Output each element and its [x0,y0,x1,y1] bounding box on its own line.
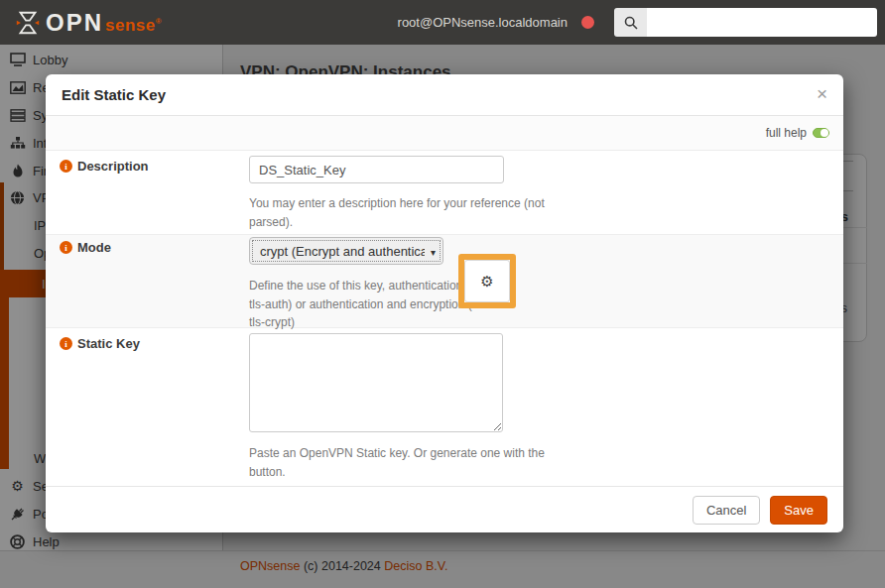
static-key-textarea[interactable] [249,333,503,432]
modal-header: Edit Static Key × [46,74,843,116]
opnsense-logo[interactable]: OPN sense® [14,8,162,38]
full-help-label: full help [766,126,807,140]
description-input[interactable] [249,156,504,183]
modal-footer: Cancel Save [46,486,843,532]
logo-text-opn: OPN [46,11,103,35]
toggle-knob [821,129,828,137]
close-icon[interactable]: × [813,80,831,107]
mode-row: i Mode crypt (Encrypt and authenticate) … [46,234,843,328]
info-icon[interactable]: i [60,337,72,350]
full-help-toggle[interactable] [813,128,829,138]
info-icon[interactable]: i [60,241,72,254]
static-key-label: Static Key [77,336,140,351]
opnsense-app: OPN sense® root@OPNsense.localdomain Lob… [0,0,885,588]
cancel-button[interactable]: Cancel [693,496,760,525]
generate-key-button[interactable]: ⚙ [464,260,510,302]
logged-in-user: root@OPNsense.localdomain [398,15,568,30]
static-key-row: i Static Key Paste an OpenVPN Static key… [46,328,843,486]
top-header-bar: OPN sense® root@OPNsense.localdomain [0,0,885,45]
chevron-down-icon: ▾ [431,247,436,258]
mode-select[interactable]: crypt (Encrypt and authenticate) ▾ [249,237,443,265]
modal-title: Edit Static Key [62,86,166,103]
search-input[interactable] [647,8,877,37]
static-key-help: Paste an OpenVPN Static key. Or generate… [249,444,576,481]
description-label: Description [77,159,149,174]
edit-static-key-modal: Edit Static Key × full help i Descriptio… [46,74,843,532]
save-button[interactable]: Save [770,496,827,525]
search-icon [614,8,647,37]
full-help-row: full help [46,116,843,151]
mode-help: Define the use of this key, authenticati… [249,277,485,332]
target-highlight-frame: ⚙ [458,254,516,308]
description-help: You may enter a description here for you… [249,194,576,231]
logo-text-sense: sense® [105,17,162,34]
info-icon[interactable]: i [60,160,72,173]
description-row: i Description You may enter a descriptio… [46,151,843,234]
global-search [614,8,877,37]
mode-label: Mode [77,240,111,255]
mode-select-value: crypt (Encrypt and authenticate) [260,244,425,259]
opnsense-hourglass-icon [14,8,42,38]
gear-icon: ⚙ [480,273,493,291]
alert-status-dot[interactable] [581,16,594,29]
